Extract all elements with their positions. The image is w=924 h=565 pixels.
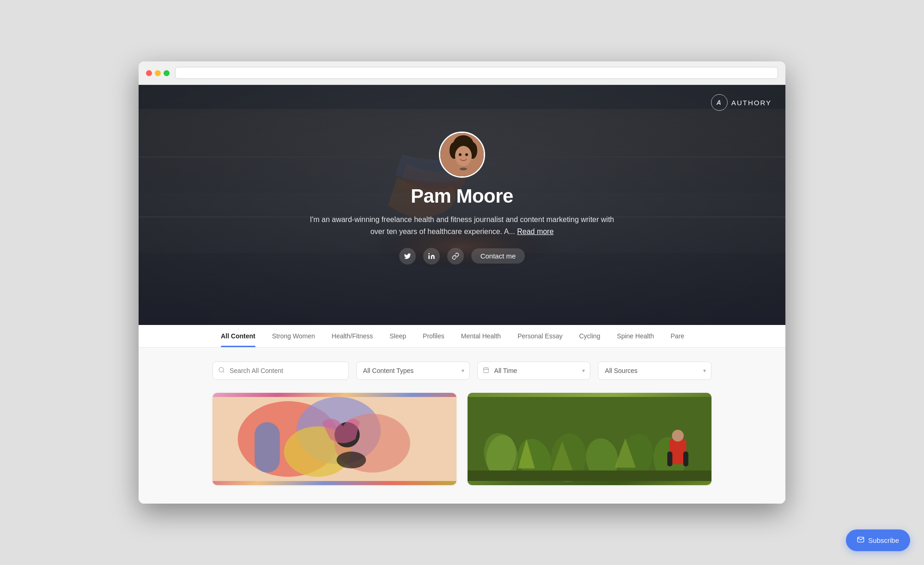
contact-me-button[interactable]: Contact me xyxy=(471,248,525,264)
search-wrap xyxy=(213,361,349,380)
authory-logo: A AUTHORY xyxy=(711,94,772,111)
svg-rect-40 xyxy=(667,451,672,466)
hero-section: A AUTHORY xyxy=(139,85,785,325)
svg-point-11 xyxy=(465,153,468,156)
read-more-link[interactable]: Read more xyxy=(517,228,553,235)
search-icon xyxy=(218,367,225,375)
date-filter-dropdown[interactable]: All Time Last 30 days Last 90 days Last … xyxy=(477,361,591,380)
website-link-icon[interactable] xyxy=(447,248,464,264)
subscribe-button[interactable]: Subscribe xyxy=(846,529,910,551)
tab-strong-women[interactable]: Strong Women xyxy=(264,325,323,347)
tab-all-content[interactable]: All Content xyxy=(213,325,264,347)
sources-dropdown[interactable]: All Sources Website LinkedIn Medium Twit… xyxy=(598,361,711,380)
svg-point-12 xyxy=(460,168,467,170)
article-card[interactable] xyxy=(468,393,711,485)
tab-health-fitness[interactable]: Health/Fitness xyxy=(323,325,381,347)
svg-point-39 xyxy=(672,430,683,441)
subscribe-icon xyxy=(857,536,864,545)
svg-point-14 xyxy=(219,367,224,372)
minimize-dot[interactable] xyxy=(155,70,161,76)
window-controls xyxy=(146,70,170,76)
content-types-select[interactable]: All Content Types Articles Blog Posts Vi… xyxy=(356,361,470,380)
tab-cycling[interactable]: Cycling xyxy=(571,325,608,347)
article-card-image xyxy=(468,393,711,485)
social-links: Contact me xyxy=(399,248,525,264)
profile-bio: I'm an award-winning freelance health an… xyxy=(305,214,619,237)
maximize-dot[interactable] xyxy=(164,70,170,76)
close-dot[interactable] xyxy=(146,70,152,76)
articles-grid xyxy=(213,393,711,485)
content-types-dropdown[interactable]: All Content Types Articles Blog Posts Vi… xyxy=(356,361,470,380)
svg-rect-41 xyxy=(683,451,688,466)
svg-rect-26 xyxy=(255,422,280,473)
tab-profiles[interactable]: Profiles xyxy=(414,325,453,347)
svg-point-10 xyxy=(459,153,462,156)
svg-rect-42 xyxy=(468,470,711,481)
subscribe-label: Subscribe xyxy=(868,536,899,544)
linkedin-icon[interactable] xyxy=(423,248,440,264)
tab-spine-health[interactable]: Spine Health xyxy=(608,325,662,347)
article-card[interactable] xyxy=(213,393,456,485)
avatar-image xyxy=(440,133,484,176)
browser-window: A AUTHORY xyxy=(139,61,785,504)
svg-point-9 xyxy=(455,146,472,166)
date-select[interactable]: All Time Last 30 days Last 90 days Last … xyxy=(477,361,591,380)
avatar xyxy=(439,132,485,178)
tab-pare[interactable]: Pare xyxy=(663,325,693,347)
tab-personal-essay[interactable]: Personal Essay xyxy=(509,325,571,347)
svg-point-25 xyxy=(337,451,366,468)
svg-point-13 xyxy=(428,253,430,254)
filter-bar: All Content Types Articles Blog Posts Vi… xyxy=(213,361,711,380)
twitter-icon[interactable] xyxy=(399,248,416,264)
address-bar[interactable] xyxy=(175,67,778,79)
search-input[interactable] xyxy=(213,361,349,380)
authory-logo-icon: A xyxy=(711,94,728,111)
sources-select[interactable]: All Sources Website LinkedIn Medium Twit… xyxy=(598,361,711,380)
profile-name: Pam Moore xyxy=(411,185,513,207)
browser-chrome xyxy=(139,61,785,85)
tab-mental-health[interactable]: Mental Health xyxy=(453,325,509,347)
content-area: All Content Types Articles Blog Posts Vi… xyxy=(139,348,785,504)
hero-content: Pam Moore I'm an award-winning freelance… xyxy=(305,132,619,278)
nav-tabs: All Content Strong Women Health/Fitness … xyxy=(139,325,785,348)
authory-logo-text: AUTHORY xyxy=(731,99,772,107)
article-card-image xyxy=(213,393,456,485)
tab-sleep[interactable]: Sleep xyxy=(381,325,414,347)
